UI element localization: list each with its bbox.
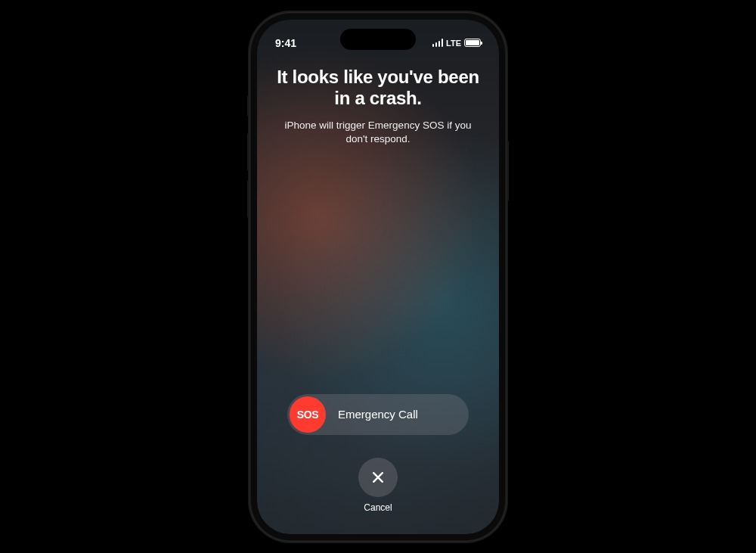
cancel-group: Cancel (274, 458, 482, 513)
sos-slider-knob[interactable]: SOS (290, 396, 326, 433)
close-icon (370, 470, 386, 485)
status-indicators: LTE (420, 39, 481, 48)
screen: 9:41 LTE It looks like you've been in a … (257, 20, 499, 534)
crash-heading: It looks like you've been in a crash. (274, 67, 482, 110)
crash-detection-content: It looks like you've been in a crash. iP… (257, 56, 499, 534)
volume-up-button (247, 133, 249, 171)
cancel-label: Cancel (364, 502, 392, 513)
side-button (507, 141, 509, 201)
cancel-button[interactable] (358, 458, 398, 497)
silent-switch (247, 95, 249, 117)
volume-down-button (247, 180, 249, 218)
sos-label: SOS (297, 409, 319, 421)
phone-frame: 9:41 LTE It looks like you've been in a … (249, 12, 507, 542)
slider-label: Emergency Call (326, 408, 466, 421)
emergency-call-slider[interactable]: SOS Emergency Call (287, 394, 469, 435)
battery-icon (464, 39, 481, 47)
status-time: 9:41 (275, 37, 321, 49)
dynamic-island (340, 29, 416, 50)
crash-subtitle: iPhone will trigger Emergency SOS if you… (274, 119, 482, 146)
network-type: LTE (446, 39, 461, 48)
signal-strength-icon (432, 39, 444, 47)
